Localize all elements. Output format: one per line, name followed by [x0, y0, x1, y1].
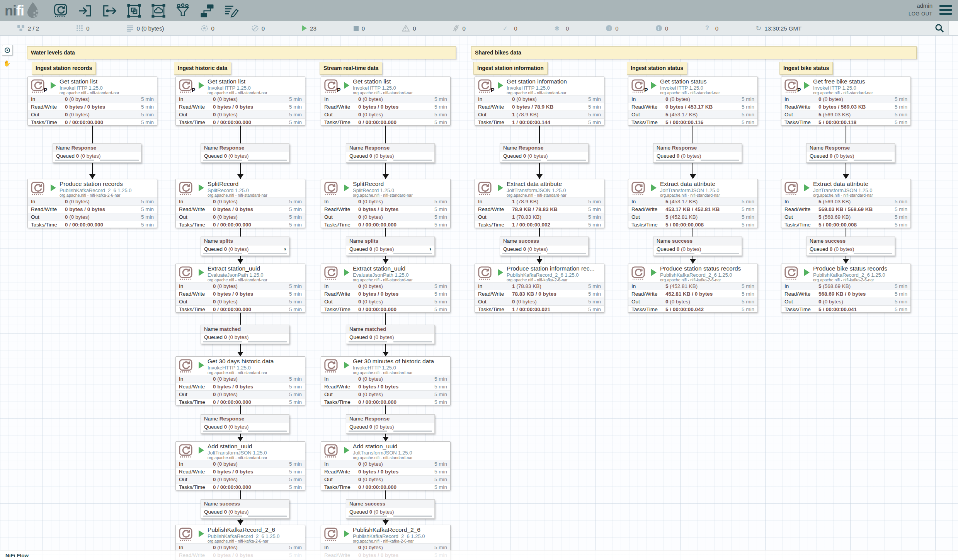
connection-splits[interactable]: Name splitsQueued 0 (0 bytes)◑	[201, 237, 289, 256]
connection-response[interactable]: Name ResponseQueued 0 (0 bytes)	[653, 143, 742, 163]
stopped-count: 0	[354, 25, 365, 32]
canvas-layer: Water levels dataShared bikes dataIngest…	[0, 0, 958, 560]
transmitting-icon	[201, 25, 208, 32]
connection-name-row: Name splits	[201, 237, 289, 245]
processor-get-station-status[interactable]: PGet station statusInvokeHTTP 1.25.0org.…	[628, 77, 758, 126]
stat-window: 5 min	[742, 306, 754, 312]
process-group-icon[interactable]	[126, 3, 142, 20]
processor-produce-station-information-rec[interactable]: Produce station information rec...Publis…	[475, 264, 604, 313]
connection-response[interactable]: Name ResponseQueued 0 (0 bytes)	[806, 143, 895, 163]
connection-success[interactable]: Name successQueued 0 (0 bytes)	[653, 237, 742, 256]
processor-add-station-uuid[interactable]: Add station_uuidJoltTransformJSON 1.25.0…	[321, 441, 451, 490]
section-label-ingest-station-records[interactable]: Ingest station records	[32, 62, 96, 75]
connection-matched[interactable]: Name matchedQueued 0 (0 bytes)	[346, 325, 435, 344]
processor-get-free-bike-status[interactable]: PGet free bike statusInvokeHTTP 1.25.0or…	[781, 77, 911, 126]
pan-hand-icon[interactable]: ✋	[3, 59, 11, 68]
processor-produce-bike-status-records[interactable]: Produce bike status recordsPublishKafkaR…	[781, 264, 911, 313]
connection-queued-row: Queued 0 (0 bytes)	[807, 245, 895, 253]
section-label-ingest-historic-data[interactable]: Ingest historic data	[174, 62, 231, 75]
connection-response[interactable]: Name ResponseQueued 0 (0 bytes)	[500, 143, 589, 163]
stat-window: 5 min	[588, 104, 601, 110]
cluster-count: 2 / 2	[17, 25, 39, 32]
search-icon[interactable]	[934, 23, 944, 33]
stat-value: 452.81 KB / 0 bytes	[665, 291, 742, 297]
stat-value: 0 (0 bytes)	[818, 299, 895, 305]
processor-get-30-days-historic-data[interactable]: Get 30 days historic dataInvokeHTTP 1.25…	[175, 356, 305, 405]
section-label-ingest-bike-status[interactable]: Ingest bike status	[779, 62, 833, 75]
stat-window: 5 min	[434, 199, 447, 204]
input-port-icon[interactable]	[78, 3, 93, 20]
connection-success[interactable]: Name successQueued 0 (0 bytes)	[346, 499, 435, 519]
processor-get-station-list[interactable]: PGet station listInvokeHTTP 1.25.0org.ap…	[321, 77, 451, 126]
navigate-palette-button[interactable]	[2, 45, 13, 56]
connection-splits[interactable]: Name splitsQueued 0 (0 bytes)◑	[346, 237, 435, 256]
stat-label: In	[478, 283, 512, 289]
stat-value: 0 bytes / 453.17 KB	[665, 104, 742, 110]
connection-response[interactable]: Name ResponseQueued 0 (0 bytes)	[346, 414, 435, 434]
remote-process-group-icon[interactable]	[151, 3, 166, 20]
stat-value: 1 (78.83 KB)	[512, 283, 588, 289]
processor-extract-station-uuid[interactable]: Extract station_uuidEvaluateJsonPath 1.2…	[175, 264, 305, 313]
stat-window: 5 min	[434, 119, 447, 125]
section-label-ingest-station-status[interactable]: Ingest station status	[627, 62, 687, 75]
section-label-ingest-station-information[interactable]: Ingest station information	[473, 62, 548, 75]
refresh-icon[interactable]: ↻	[756, 24, 761, 32]
stat-window: 5 min	[434, 545, 447, 550]
output-port-icon[interactable]	[102, 3, 117, 20]
processor-extract-data-attribute[interactable]: Extract data attributeJoltTransformJSON …	[781, 179, 911, 228]
processor-type: InvokeHTTP 1.25.0	[660, 85, 703, 91]
section-label-stream-real-time-data[interactable]: Stream real-time data	[320, 62, 382, 75]
stat-value: 0 (0 bytes)	[213, 214, 289, 220]
funnel-icon[interactable]	[175, 3, 191, 20]
processor-splitrecord[interactable]: SplitRecordSplitRecord 1.25.0org.apache.…	[175, 179, 305, 228]
connection-response[interactable]: Name ResponseQueued 0 (0 bytes)	[201, 414, 289, 434]
processor-extract-data-attribute[interactable]: Extract data attributeJoltTransformJSON …	[475, 179, 604, 228]
global-menu-icon[interactable]	[939, 5, 952, 17]
logout-link[interactable]: LOG OUT	[909, 11, 932, 17]
connection-matched[interactable]: Name matchedQueued 0 (0 bytes)	[201, 325, 289, 344]
connection-success[interactable]: Name successQueued 0 (0 bytes)	[806, 237, 895, 256]
processor-get-30-minutes-of-historic-data[interactable]: Get 30 minutes of historic dataInvokeHTT…	[321, 356, 451, 405]
processor-splitrecord[interactable]: SplitRecordSplitRecord 1.25.0org.apache.…	[321, 179, 451, 228]
processor-icon[interactable]	[53, 3, 69, 20]
processor-header: Produce station information rec...Publis…	[475, 264, 604, 282]
label-icon[interactable]	[224, 3, 239, 20]
connection-response[interactable]: Name ResponseQueued 0 (0 bytes)	[201, 143, 289, 163]
processor-bundle: org.apache.nifi - nifi-standard-nar	[208, 370, 267, 375]
up-to-date-icon: ✓	[503, 25, 511, 32]
connection-success[interactable]: Name successQueued 0 (0 bytes)	[201, 499, 289, 519]
connection-response[interactable]: Name ResponseQueued 0 (0 bytes)	[53, 143, 141, 163]
connection-arrow-icon	[383, 437, 389, 441]
processor-name: Extract station_uuid	[353, 265, 405, 272]
stat-readwrite: Read/Write78.9 KB / 78.83 KB5 min	[475, 205, 604, 213]
stat-value: 0 (0 bytes)	[818, 96, 895, 102]
processor-header: Produce station recordsPublishKafkaRecor…	[28, 179, 157, 197]
processor-header: PGet station listInvokeHTTP 1.25.0org.ap…	[176, 77, 305, 95]
stat-window: 5 min	[289, 112, 302, 117]
search-input[interactable]	[948, 21, 958, 35]
group-label-shared-bikes-data[interactable]: Shared bikes data	[471, 46, 917, 59]
processor-get-station-information[interactable]: PGet station informationInvokeHTTP 1.25.…	[475, 77, 604, 126]
processor-add-station-uuid[interactable]: Add station_uuidJoltTransformJSON 1.25.0…	[175, 441, 305, 490]
processor-header: Extract station_uuidEvaluateJsonPath 1.2…	[176, 264, 305, 282]
processor-produce-station-records[interactable]: Produce station recordsPublishKafkaRecor…	[27, 179, 157, 228]
processor-extract-station-uuid[interactable]: Extract station_uuidEvaluateJsonPath 1.2…	[321, 264, 451, 313]
stat-window: 5 min	[742, 283, 754, 289]
processor-extract-data-attribute[interactable]: Extract data attributeJoltTransformJSON …	[628, 179, 758, 228]
template-icon[interactable]	[199, 3, 215, 20]
processor-get-station-list[interactable]: PGet station listInvokeHTTP 1.25.0org.ap…	[175, 77, 305, 126]
refresh-time[interactable]: ↻13:30:25 GMT	[756, 24, 801, 32]
connection-name-row: Name splits	[346, 237, 434, 245]
processor-get-station-list[interactable]: PGet station listInvokeHTTP 1.25.0org.ap…	[27, 77, 157, 126]
group-label-water-levels-data[interactable]: Water levels data	[27, 46, 456, 59]
connection-response[interactable]: Name ResponseQueued 0 (0 bytes)	[346, 143, 435, 163]
status-value: 0	[615, 25, 618, 32]
stat-value: 1 / 00:00:00.021	[512, 306, 588, 312]
processor-produce-station-status-records[interactable]: Produce station status recordsPublishKaf…	[628, 264, 758, 313]
connection-success[interactable]: Name successQueued 0 (0 bytes)	[500, 237, 589, 256]
queue-percent-bars	[201, 516, 289, 518]
breadcrumb[interactable]: NiFi Flow	[5, 553, 29, 558]
stat-value: 5 (569.03 KB)	[818, 199, 895, 204]
processor-bundle: org.apache.nifi - nifi-standard-nar	[208, 455, 267, 460]
stat-window: 5 min	[588, 199, 601, 204]
